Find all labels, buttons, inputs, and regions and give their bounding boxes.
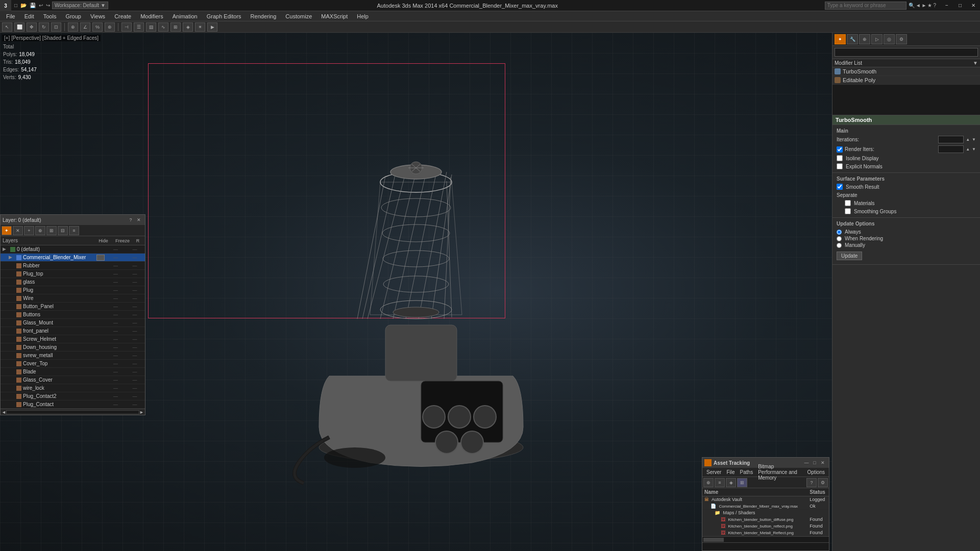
ap-menu-options[interactable]: Options xyxy=(805,469,827,475)
find-next-icon[interactable]: ► xyxy=(922,3,927,8)
align-btn[interactable]: ☰ xyxy=(134,22,144,32)
lp-btn4[interactable]: ⊕ xyxy=(35,226,45,235)
smoothing-groups-checkbox[interactable] xyxy=(845,208,851,214)
scroll-right-btn[interactable]: ► xyxy=(139,410,144,415)
rotate-btn[interactable]: ↻ xyxy=(39,22,49,32)
layer-item-front-panel[interactable]: front_panel — — xyxy=(1,327,145,335)
explicit-normals-checkbox[interactable] xyxy=(837,163,843,169)
asset-row-diffuse[interactable]: 🖼 Kitchen_blender_button_diffuse.png Fou… xyxy=(702,516,829,523)
layer-item-plug-top[interactable]: Plug_top — — xyxy=(1,270,145,278)
material-editor-btn[interactable]: ◈ xyxy=(183,22,193,32)
mirror-btn[interactable]: ⊣ xyxy=(121,22,132,32)
modifier-list-dropdown[interactable]: ▼ xyxy=(973,60,978,66)
menu-modifiers[interactable]: Modifiers xyxy=(136,13,167,20)
asset-panel-close-btn[interactable]: ✕ xyxy=(819,459,827,467)
menu-rendering[interactable]: Rendering xyxy=(247,13,281,20)
modifier-turbsmooth[interactable]: TurboSmooth xyxy=(832,67,980,76)
menu-views[interactable]: Views xyxy=(86,13,109,20)
lp-btn6[interactable]: ⊟ xyxy=(58,226,68,235)
scrollbar-thumb[interactable] xyxy=(703,538,724,542)
scroll-track[interactable] xyxy=(6,410,139,414)
layer-item-commercial-blender[interactable]: ▶ Commercial_Blender_Mixer — — xyxy=(1,254,145,262)
spinner-snap-btn[interactable]: ⊛ xyxy=(105,22,115,32)
layer-item-cover-top[interactable]: Cover_Top — — xyxy=(1,360,145,368)
asset-scrollbar[interactable] xyxy=(702,536,829,542)
render-iters-checkbox[interactable] xyxy=(837,146,843,153)
save-btn[interactable]: 💾 xyxy=(29,3,37,8)
when-rendering-radio[interactable] xyxy=(837,236,842,241)
layer-item-default[interactable]: ▶ 0 (default) — — xyxy=(1,245,145,254)
close-btn[interactable]: ✕ xyxy=(967,0,980,11)
layer-btn[interactable]: ▤ xyxy=(146,22,156,32)
menu-customize[interactable]: Customize xyxy=(281,13,316,20)
lp-btn5[interactable]: ⊞ xyxy=(46,226,57,235)
workspace-btn[interactable]: Workspace: Default ▼ xyxy=(52,2,108,9)
asset-row-reflect[interactable]: 🖼 Kitchen_blender_button_reflect.png Fou… xyxy=(702,523,829,530)
manually-radio[interactable] xyxy=(837,243,842,248)
materials-checkbox[interactable] xyxy=(845,200,851,206)
select-btn[interactable]: ↖ xyxy=(2,22,12,32)
blender-checkbox[interactable] xyxy=(96,255,105,261)
motion-icon[interactable]: ▷ xyxy=(871,34,883,44)
layer-item-plug[interactable]: Plug — — xyxy=(1,286,145,294)
move-btn[interactable]: ✥ xyxy=(27,22,37,32)
search-icon[interactable]: 🔍 xyxy=(909,3,915,8)
ap-menu-file[interactable]: File xyxy=(724,469,737,475)
asset-row-max-file[interactable]: 📄 Commercial_Blender_Mixer_max_vray.max … xyxy=(702,503,829,510)
turbosmooth-header[interactable]: TurboSmooth xyxy=(832,115,980,125)
iterations-spinner-up[interactable]: ▲ xyxy=(966,137,970,142)
curve-editor-btn[interactable]: ∿ xyxy=(158,22,168,32)
layer-item-buttons[interactable]: Buttons — — xyxy=(1,311,145,319)
asset-row-metall-reflect[interactable]: 🖼 Kitchen_blender_Metall_Reflect.png Fou… xyxy=(702,530,829,536)
find-prev-icon[interactable]: ◄ xyxy=(916,3,921,8)
render-btn[interactable]: ▶ xyxy=(207,22,217,32)
layer-item-plug-contact[interactable]: Plug_Contact — — xyxy=(1,400,145,409)
render-scene-btn[interactable]: ☀ xyxy=(195,22,205,32)
layer-item-screw-helmet[interactable]: Screw_Helmet — — xyxy=(1,335,145,343)
new-btn[interactable]: □ xyxy=(13,3,18,8)
layer-item-svrew-metall[interactable]: svrew_metall — — xyxy=(1,352,145,360)
ap-btn1[interactable]: ⊕ xyxy=(703,478,714,487)
scroll-left-btn[interactable]: ◄ xyxy=(2,410,6,415)
menu-group[interactable]: Group xyxy=(61,13,85,20)
ap-menu-paths[interactable]: Paths xyxy=(738,469,755,475)
ap-settings-btn[interactable]: ⚙ xyxy=(818,478,828,487)
iterations-spinner-down[interactable]: ▼ xyxy=(972,137,976,142)
schematic-btn[interactable]: ⊞ xyxy=(170,22,181,32)
create-icon[interactable]: ✦ xyxy=(835,34,846,44)
undo-btn[interactable]: ↩ xyxy=(38,3,44,8)
modifier-editablepoly[interactable]: Editable Poly xyxy=(832,76,980,85)
layer-item-blade[interactable]: Blade — — xyxy=(1,368,145,376)
layer-item-button-panel[interactable]: Button_Panel — — xyxy=(1,303,145,311)
select-region-btn[interactable]: ⬜ xyxy=(14,22,24,32)
layer-item-down-housing[interactable]: Down_housing — — xyxy=(1,343,145,352)
layer-scrollbar[interactable]: ◄ ► xyxy=(1,409,145,415)
smooth-result-checkbox[interactable] xyxy=(837,184,843,190)
scale-btn[interactable]: ⊡ xyxy=(51,22,61,32)
render-iters-up[interactable]: ▲ xyxy=(966,147,970,152)
asset-row-autodesk-vault[interactable]: 🏛 Autodesk Vault Logged xyxy=(702,496,829,503)
menu-create[interactable]: Create xyxy=(110,13,135,20)
lp-btn7[interactable]: ≡ xyxy=(69,226,79,235)
layer-item-plug-contact2[interactable]: Plug_Contact2 — — xyxy=(1,392,145,400)
help-icon[interactable]: ? xyxy=(933,3,936,8)
ap-btn2[interactable]: ≡ xyxy=(715,478,725,487)
render-iters-down[interactable]: ▼ xyxy=(972,147,976,152)
asset-panel-maximize-btn[interactable]: □ xyxy=(811,459,819,467)
snap-btn[interactable]: ⊕ xyxy=(68,22,78,32)
display-icon[interactable]: ◎ xyxy=(884,34,895,44)
asset-row-maps-shaders[interactable]: 📁 Maps / Shaders xyxy=(702,510,829,516)
layer-item-wire[interactable]: Wire — — xyxy=(1,294,145,303)
menu-file[interactable]: File xyxy=(2,13,19,20)
menu-help[interactable]: Help xyxy=(353,13,373,20)
utilities-icon[interactable]: ⚙ xyxy=(896,34,907,44)
percent-snap-btn[interactable]: % xyxy=(92,22,103,32)
menu-tools[interactable]: Tools xyxy=(39,13,61,20)
layer-panel-close-btn[interactable]: ✕ xyxy=(135,216,143,224)
iterations-input[interactable]: 0 xyxy=(938,136,964,143)
layer-item-rubber[interactable]: Rubber — — xyxy=(1,262,145,270)
lp-btn1[interactable]: ✦ xyxy=(2,226,12,235)
layer-item-glass[interactable]: glass — — xyxy=(1,278,145,286)
menu-edit[interactable]: Edit xyxy=(20,13,38,20)
layer-panel-help-btn[interactable]: ? xyxy=(127,216,135,224)
